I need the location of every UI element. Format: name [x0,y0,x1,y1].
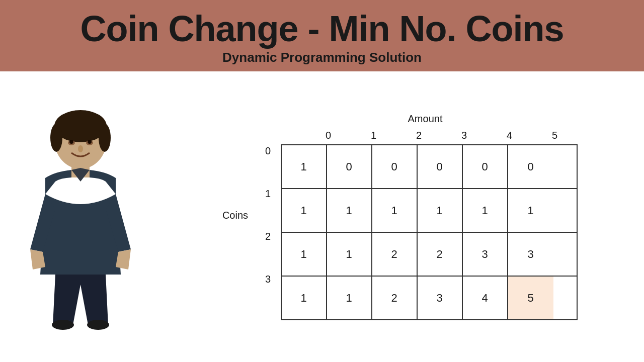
svg-point-6 [69,140,73,144]
coins-label: Coins [218,210,253,221]
cell-0-0: 1 [282,145,327,188]
row-headers: 0 1 2 3 [256,130,281,301]
cell-3-1: 1 [327,277,372,319]
col-header-1: 1 [351,130,396,144]
table-row: 1 1 2 3 4 5 [282,277,577,319]
svg-point-3 [99,124,111,152]
svg-point-2 [50,124,62,152]
person-silhouette [15,104,146,330]
content-area: Amount Coins 0 1 2 3 0 1 2 3 4 [0,71,644,362]
table-row: 1 1 1 1 1 1 [282,189,577,233]
cell-0-4: 0 [463,145,508,188]
cell-3-0: 1 [282,277,327,319]
row-header-2: 2 [256,215,281,258]
cell-1-3: 1 [418,189,463,232]
col-header-0: 0 [306,130,351,144]
cell-1-5: 1 [508,189,553,232]
page-subtitle: Dynamic Programming Solution [222,50,422,65]
cell-2-4: 3 [463,233,508,276]
col-header-4: 4 [487,130,532,144]
header: Coin Change - Min No. Coins Dynamic Prog… [0,0,644,71]
svg-point-8 [78,145,83,152]
cell-1-0: 1 [282,189,327,232]
row-header-0: 0 [256,130,281,172]
svg-point-7 [88,140,92,144]
cell-2-0: 1 [282,233,327,276]
row-header-3: 3 [256,258,281,301]
cell-1-4: 1 [463,189,508,232]
cell-3-3: 3 [418,277,463,319]
table-wrapper: Coins 0 1 2 3 0 1 2 3 4 5 [218,130,578,320]
svg-point-11 [87,320,109,330]
table-row: 1 0 0 0 0 0 [282,145,577,189]
table-row: 1 1 2 2 3 3 [282,233,577,277]
cell-2-2: 2 [372,233,418,276]
cell-2-1: 1 [327,233,372,276]
cell-2-3: 2 [418,233,463,276]
cell-0-2: 0 [372,145,418,188]
col-headers: 0 1 2 3 4 5 [306,130,578,144]
cell-0-3: 0 [418,145,463,188]
cell-0-5: 0 [508,145,553,188]
cell-1-2: 1 [372,189,418,232]
cell-1-1: 1 [327,189,372,232]
cell-0-1: 0 [327,145,372,188]
cell-2-5: 3 [508,233,553,276]
page-title: Coin Change - Min No. Coins [80,9,564,49]
svg-point-10 [52,320,74,330]
main-table: 0 1 2 3 4 5 1 0 0 0 0 0 [281,130,578,320]
table-section: Amount Coins 0 1 2 3 0 1 2 3 4 [151,113,624,320]
col-header-2: 2 [396,130,442,144]
person-photo [10,101,151,332]
dp-grid: 1 0 0 0 0 0 1 1 1 1 1 1 [281,144,578,320]
col-header-3: 3 [442,130,487,144]
cell-3-5: 5 [508,277,553,319]
cell-3-4: 4 [463,277,508,319]
amount-label: Amount [408,113,443,125]
row-header-1: 1 [256,172,281,215]
cell-3-2: 2 [372,277,418,319]
col-header-5: 5 [532,130,578,144]
